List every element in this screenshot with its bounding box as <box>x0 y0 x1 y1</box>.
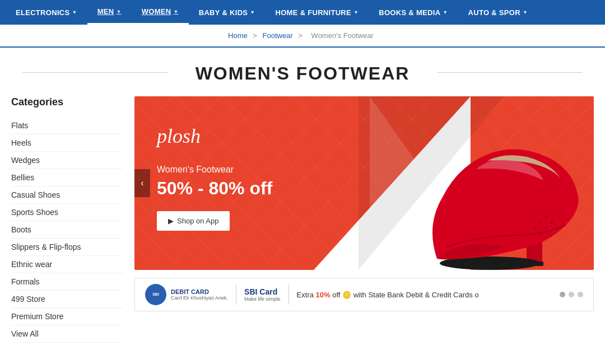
sidebar-item-formals[interactable]: Formals <box>11 273 123 291</box>
nav-baby-kids[interactable]: BABY & KIDS ▼ <box>189 0 266 25</box>
sidebar-item-sports-shoes[interactable]: Sports Shoes <box>11 204 123 221</box>
shop-btn-arrow-icon: ▶ <box>168 217 174 225</box>
svg-point-7 <box>539 232 542 235</box>
breadcrumb-sep1: > <box>253 31 257 40</box>
sidebar-item-view-all[interactable]: View All <box>11 325 123 343</box>
nav-women[interactable]: WOMEN ▼ <box>132 0 189 25</box>
sidebar-item-heels[interactable]: Heels <box>11 134 123 152</box>
offer-text: Extra 10% off 🪙 with State Bank Debit & … <box>297 291 479 299</box>
nav-electronics-arrow: ▼ <box>72 10 77 15</box>
nav-books-media[interactable]: BOOKS & MEDIA ▼ <box>369 0 458 25</box>
top-navigation: ELECTRONICS ▼ MEN ▼ WOMEN ▼ BABY & KIDS … <box>0 0 605 25</box>
sidebar-title: Categories <box>11 96 123 108</box>
breadcrumb-sep2: > <box>298 31 302 40</box>
sidebar-item-bellies[interactable]: Bellies <box>11 169 123 186</box>
shop-on-app-button[interactable]: ▶ Shop on App <box>157 211 230 231</box>
sidebar-item-boots[interactable]: Boots <box>11 221 123 239</box>
shoe-image <box>359 96 594 270</box>
bank-logo: SBI DEBIT CARD Card Ek Khushiyan Anek. <box>145 284 228 305</box>
nav-auto-sports-arrow: ▼ <box>523 10 528 15</box>
nav-home-furniture[interactable]: HOME & FURNITURE ▼ <box>266 0 369 25</box>
banner-discount: 50% - 80% off <box>157 178 272 199</box>
sidebar-item-wedges[interactable]: Wedges <box>11 152 123 169</box>
banner-subtitle: Women's Footwear <box>157 165 272 175</box>
svg-point-8 <box>544 215 548 218</box>
nav-baby-kids-arrow: ▼ <box>250 10 255 15</box>
page-title: WOMEN'S FOOTWEAR <box>0 63 605 84</box>
shop-btn-label: Shop on App <box>177 217 218 225</box>
svg-point-5 <box>550 221 553 224</box>
breadcrumb-footwear[interactable]: Footwear <box>263 31 293 40</box>
offer-dot-3[interactable] <box>578 292 583 297</box>
nav-electronics[interactable]: ELECTRONICS ▼ <box>6 0 87 25</box>
nav-men[interactable]: MEN ▼ <box>87 0 132 25</box>
sbi-debit-card-sub: Card Ek Khushiyan Anek. <box>171 295 228 301</box>
content-area: plosh Women's Footwear 50% - 80% off ▶ S… <box>134 96 594 343</box>
banner-content: plosh Women's Footwear 50% - 80% off ▶ S… <box>157 124 272 231</box>
svg-point-3 <box>539 221 542 224</box>
svg-point-6 <box>533 226 537 230</box>
carousel-prev-icon: ‹ <box>141 178 143 188</box>
offer-percent: 10% <box>316 291 331 299</box>
svg-point-9 <box>556 226 559 230</box>
banner: plosh Women's Footwear 50% - 80% off ▶ S… <box>134 96 594 270</box>
bank-offer-strip: SBI DEBIT CARD Card Ek Khushiyan Anek. S… <box>134 278 594 311</box>
page-title-section: WOMEN'S FOOTWEAR <box>0 48 605 96</box>
main-layout: Categories Flats Heels Wedges Bellies Ca… <box>0 96 605 343</box>
offer-dot-1[interactable] <box>560 292 565 297</box>
sbi-card-name: SBI Card <box>244 287 281 296</box>
sbi-card-block: SBI Card Make life simple <box>244 287 281 302</box>
nav-women-arrow: ▼ <box>174 9 179 15</box>
sbi-circle-logo: SBI <box>145 284 166 305</box>
breadcrumb-home[interactable]: Home <box>228 31 248 40</box>
nav-men-arrow: ▼ <box>117 9 122 15</box>
offer-dot-2[interactable] <box>569 292 574 297</box>
sidebar-item-499-store[interactable]: 499 Store <box>11 291 123 308</box>
sbi-text-block: DEBIT CARD Card Ek Khushiyan Anek. <box>171 288 228 301</box>
sbi-debit-card-label: DEBIT CARD <box>171 288 228 295</box>
carousel-prev-button[interactable]: ‹ <box>134 169 150 197</box>
sidebar-item-slippers[interactable]: Slippers & Flip-flops <box>11 239 123 256</box>
bank-divider-2 <box>288 284 289 305</box>
sidebar-item-flats[interactable]: Flats <box>11 117 123 134</box>
banner-brand: plosh <box>157 124 272 148</box>
sbi-card-sub: Make life simple <box>244 296 281 302</box>
breadcrumb-current: Women's Footwear <box>311 31 374 40</box>
sidebar-item-casual-shoes[interactable]: Casual Shoes <box>11 186 123 204</box>
sidebar: Categories Flats Heels Wedges Bellies Ca… <box>11 96 134 343</box>
sbi-logo-text: SBI <box>152 292 159 297</box>
sidebar-item-premium-store[interactable]: Premium Store <box>11 308 123 325</box>
nav-books-media-arrow: ▼ <box>443 10 448 15</box>
nav-auto-sports[interactable]: AUTO & SPOR ▼ <box>458 0 538 25</box>
nav-home-furniture-arrow: ▼ <box>353 10 359 15</box>
bank-divider <box>236 284 236 305</box>
breadcrumb: Home > Footwear > Women's Footwear <box>0 25 605 48</box>
sidebar-item-ethnic-wear[interactable]: Ethnic wear <box>11 256 123 273</box>
offer-carousel-dots <box>560 292 583 297</box>
svg-point-4 <box>544 226 548 230</box>
